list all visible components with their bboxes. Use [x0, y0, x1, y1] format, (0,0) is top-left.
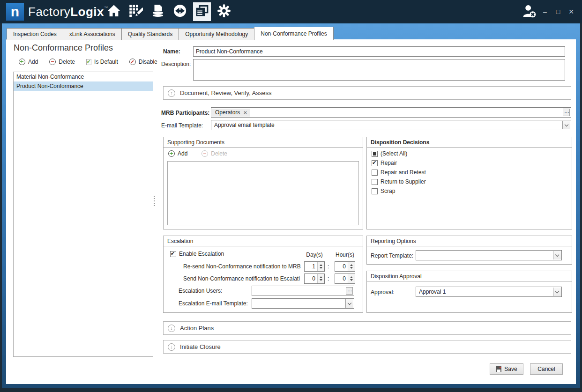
expander-action-plans[interactable]: Action Plans	[163, 321, 571, 335]
resend-days-stepper[interactable]: 1	[304, 261, 325, 272]
maximize-button[interactable]: □	[555, 8, 561, 15]
escalation-email-template-select[interactable]	[252, 298, 354, 309]
name-label: Name:	[163, 48, 180, 55]
email-template-label: E-mail Template:	[161, 122, 203, 129]
supporting-documents-group: Supporting Documents Add Delete	[163, 137, 363, 229]
delete-profile-label: Delete	[59, 59, 75, 65]
panel-splitter[interactable]	[154, 196, 155, 207]
close-button[interactable]: ✕	[568, 8, 575, 15]
production-nav-button[interactable]	[127, 2, 145, 21]
checkbox-repair[interactable]: Repair	[372, 160, 397, 166]
tab-xlink-associations[interactable]: xLink Associations	[63, 28, 122, 40]
main-nav	[105, 0, 233, 23]
add-document-label: Add	[178, 150, 187, 157]
send-escalation-label: Send Non-Conformance notification to Esc…	[183, 275, 302, 282]
home-nav-button[interactable]	[105, 2, 123, 21]
approval-select[interactable]: Approval 1	[416, 287, 562, 297]
tab-opportunity-methodology[interactable]: Opportunity Methodology	[179, 28, 254, 40]
name-input[interactable]	[193, 46, 565, 57]
report-template-select[interactable]	[416, 250, 562, 260]
resend-hours-stepper[interactable]: 0	[335, 261, 355, 272]
checkbox-icon	[372, 179, 378, 185]
expand-arrow-icon	[168, 343, 175, 351]
grid-pencil-icon	[129, 4, 143, 20]
escalation-group: Escalation Enable Escalation Day(s) Hour…	[163, 236, 363, 313]
materials-nav-button[interactable]	[149, 2, 167, 21]
tab-quality-standards[interactable]: Quality Standards	[121, 28, 179, 40]
disposition-decisions-group: Disposition Decisions (Select All) Repai…	[366, 137, 572, 229]
supporting-documents-list[interactable]	[167, 161, 359, 225]
email-template-select[interactable]: Approval email template	[211, 120, 571, 130]
checkbox-icon	[170, 251, 176, 257]
escalation-users-browse-button[interactable]	[346, 287, 353, 295]
list-item-product-non-conformance[interactable]: Product Non-Conformance	[14, 81, 153, 91]
checkbox-select-all[interactable]: (Select All)	[372, 150, 407, 157]
stepper-buttons[interactable]	[317, 262, 324, 271]
checkbox-enable-escalation[interactable]: Enable Escalation	[170, 251, 224, 257]
reporting-options-group: Reporting Options Report Template:	[366, 236, 572, 265]
checkbox-icon	[372, 160, 378, 166]
brand-name: FactoryLogix™	[28, 0, 108, 23]
minimize-button[interactable]: –	[542, 8, 548, 15]
stepper-buttons[interactable]	[348, 262, 355, 271]
list-item-material-non-conformance[interactable]: Material Non-Conformance	[14, 72, 153, 81]
delete-document-label: Delete	[211, 150, 227, 157]
escalation-users-field[interactable]	[252, 286, 354, 296]
stepper-value: 1	[305, 263, 317, 270]
default-check-icon	[86, 59, 91, 65]
up-arrow-icon	[350, 264, 353, 266]
add-document-button[interactable]: Add	[168, 150, 187, 157]
delete-document-button[interactable]: Delete	[201, 150, 227, 157]
main-content: Non-Conformance Profiles Add Delete Is D…	[6, 39, 576, 384]
escalation-email-template-label: Escalation E-mail Template:	[179, 300, 248, 307]
up-arrow-icon	[350, 276, 353, 278]
email-template-value: Approval email template	[214, 122, 560, 128]
add-profile-label: Add	[28, 59, 38, 65]
mrb-participants-field[interactable]: Operators	[211, 107, 571, 118]
delete-profile-button[interactable]: Delete	[49, 59, 75, 65]
checkbox-repair-and-retest[interactable]: Repair and Retest	[372, 169, 426, 176]
supporting-documents-header: Supporting Documents	[164, 137, 363, 148]
expand-arrow-icon	[168, 325, 175, 332]
participant-tag-label: Operators	[215, 109, 240, 116]
save-button[interactable]: Save	[490, 363, 523, 375]
paper-stack-icon	[151, 4, 165, 20]
email-template-dropdown-button[interactable]	[562, 121, 570, 129]
checkbox-label: Repair	[381, 160, 397, 166]
days-column-header: Day(s)	[302, 251, 327, 258]
mrb-browse-button[interactable]	[563, 109, 570, 116]
mrb-participants-label: MRB Participants:	[161, 110, 209, 116]
expander-document-label: Document, Review, Verify, Assess	[180, 89, 272, 96]
logout-button[interactable]	[520, 3, 539, 22]
stepper-buttons[interactable]	[317, 274, 324, 283]
tab-inspection-codes[interactable]: Inspection Codes	[7, 28, 63, 40]
expander-document-review-verify-assess[interactable]: Document, Review, Verify, Assess	[163, 86, 571, 100]
transfer-nav-button[interactable]	[171, 2, 189, 21]
app-logo: n	[6, 3, 24, 21]
checkbox-return-to-supplier[interactable]: Return to Supplier	[372, 178, 426, 185]
send-days-stepper[interactable]: 0	[304, 274, 325, 284]
disable-profile-button[interactable]: Disable	[129, 59, 157, 65]
stepper-buttons[interactable]	[348, 274, 355, 283]
expander-initiate-closure[interactable]: Initiate Closure	[163, 340, 571, 354]
approval-dropdown-button[interactable]	[553, 288, 561, 296]
disposition-decisions-header: Disposition Decisions	[367, 137, 572, 148]
send-hours-stepper[interactable]: 0	[335, 274, 355, 284]
documents-nav-button-active[interactable]	[193, 2, 211, 21]
remove-participant-icon[interactable]	[243, 109, 247, 116]
cancel-button-label: Cancel	[537, 366, 555, 372]
checkbox-label: (Select All)	[381, 150, 407, 157]
report-template-dropdown-button[interactable]	[553, 251, 561, 259]
user-logout-icon	[522, 3, 537, 21]
is-default-button[interactable]: Is Default	[86, 59, 118, 65]
description-input[interactable]	[193, 59, 565, 81]
checkbox-label: Repair and Retest	[381, 169, 426, 176]
checkbox-scrap[interactable]: Scrap	[372, 188, 395, 194]
down-arrow-icon	[320, 279, 322, 281]
add-profile-button[interactable]: Add	[19, 59, 38, 65]
escalation-template-dropdown-button[interactable]	[345, 299, 353, 308]
cancel-button[interactable]: Cancel	[530, 363, 563, 375]
approval-value: Approval 1	[419, 288, 551, 295]
tab-non-conformance-profiles[interactable]: Non-Conformance Profiles	[254, 27, 333, 40]
settings-nav-button[interactable]	[215, 2, 233, 21]
